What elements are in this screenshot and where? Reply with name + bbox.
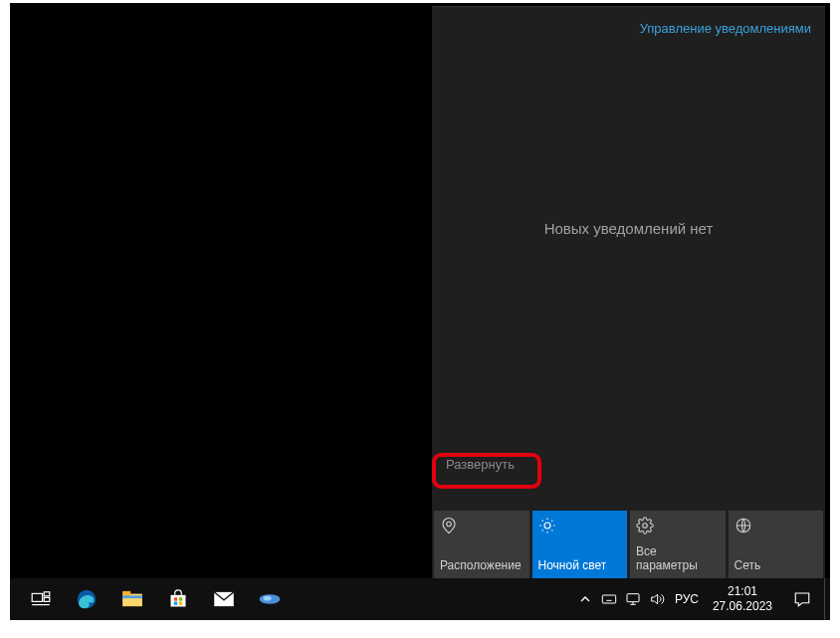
action-center-panel: Управление уведомлениями Новых уведомлен… [432,6,825,578]
tray-volume[interactable] [645,578,669,620]
svg-rect-13 [174,597,177,600]
tray-monitor[interactable] [621,578,645,620]
quick-action-tiles: Расположение Ночной свет Все параметры С… [432,511,825,578]
expand-button[interactable]: Развернуть [446,457,515,472]
tray-keyboard[interactable] [597,578,621,620]
gear-icon [636,517,654,534]
tile-network[interactable]: Сеть [729,511,824,578]
file-explorer-button[interactable] [109,578,155,620]
chevron-up-icon [577,591,593,607]
edge-icon [76,588,98,610]
task-view-icon [31,591,51,607]
svg-rect-10 [122,591,130,596]
language-indicator[interactable]: РУС [669,592,705,606]
paint3d-button[interactable] [247,578,293,620]
svg-rect-11 [122,595,142,598]
expand-row: Развернуть [432,447,825,481]
network-icon [735,517,752,534]
clock-date: 27.06.2023 [713,599,772,614]
clock[interactable]: 21:01 27.06.2023 [705,584,780,614]
action-center-button[interactable] [780,578,824,620]
file-explorer-icon [121,590,143,608]
svg-rect-26 [627,594,639,602]
svg-rect-12 [171,595,186,607]
notifications-empty-text: Новых уведомлений нет [432,49,825,447]
svg-rect-15 [174,602,177,605]
tile-label: Все параметры [636,545,720,573]
clock-time: 21:01 [713,584,772,599]
mail-icon [213,591,235,607]
tile-label: Сеть [735,559,818,573]
edge-button[interactable] [64,578,109,620]
taskbar: РУС 21:01 27.06.2023 [10,578,830,620]
svg-point-1 [544,523,550,529]
desktop-area: Управление уведомлениями Новых уведомлен… [10,3,830,620]
tile-location[interactable]: Расположение [434,511,529,578]
tray-chevron-up[interactable] [573,578,597,620]
location-icon [440,517,458,534]
svg-rect-6 [44,597,50,601]
monitor-icon [625,591,641,607]
taskbar-left [18,578,293,620]
task-view-button[interactable] [18,578,64,620]
svg-point-0 [447,522,452,527]
svg-rect-14 [179,597,182,600]
svg-rect-16 [179,602,182,605]
action-center-header: Управление уведомлениями [432,7,825,49]
tile-label: Ночной свет [538,559,622,573]
svg-rect-20 [602,595,615,603]
manage-notifications-link[interactable]: Управление уведомлениями [640,21,811,36]
store-icon [168,589,188,609]
sun-icon [538,517,556,534]
svg-point-2 [643,524,648,529]
svg-point-19 [264,596,272,601]
tile-all-settings[interactable]: Все параметры [630,511,726,578]
keyboard-icon [601,591,617,607]
show-desktop-button[interactable] [824,578,830,620]
notification-icon [793,590,811,608]
tile-label: Расположение [440,559,524,573]
taskbar-right: РУС 21:01 27.06.2023 [573,578,830,620]
mail-button[interactable] [201,578,247,620]
svg-rect-5 [44,592,50,596]
volume-icon [649,591,665,607]
paint3d-icon [258,591,282,607]
svg-rect-4 [32,593,42,601]
tile-night-light[interactable]: Ночной свет [532,511,628,578]
store-button[interactable] [155,578,201,620]
